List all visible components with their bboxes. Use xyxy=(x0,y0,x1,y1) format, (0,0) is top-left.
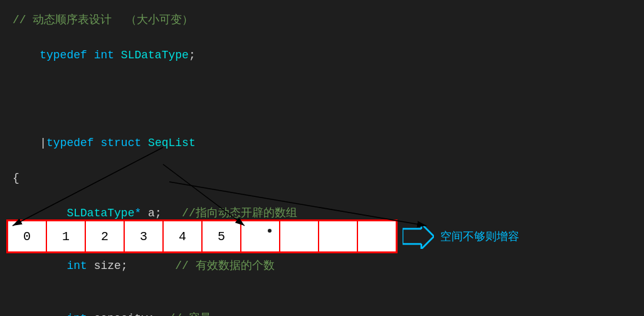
typedef-int-line: typedef int SLDataType; xyxy=(13,29,631,82)
brace-open-line: { xyxy=(13,169,631,187)
hollow-arrow xyxy=(403,224,434,249)
cell-7 xyxy=(280,221,319,252)
array-container: 0 1 2 3 4 5 空间不够则增容 xyxy=(6,219,464,253)
comment-a: //指向动态开辟的数组 xyxy=(182,207,297,219)
expand-label: 空间不够则增容 xyxy=(440,229,519,244)
indent-cap xyxy=(40,312,66,316)
type-seqlist: SeqList xyxy=(148,137,196,149)
array-diagram: 0 1 2 3 4 5 空间不够则增容 xyxy=(6,219,464,253)
array-cells: 0 1 2 3 4 5 xyxy=(6,219,398,253)
star: * xyxy=(134,207,148,219)
field-capacity-line: int capacity; // 容量 xyxy=(13,292,631,316)
pipe-char: | xyxy=(40,137,46,149)
type-sldatatype: SLDataType xyxy=(121,49,189,61)
indent-a xyxy=(40,207,66,219)
cell-0: 0 xyxy=(8,221,46,252)
blank-line2 xyxy=(13,99,631,117)
blank-line1 xyxy=(13,82,631,99)
keyword-int: int xyxy=(94,49,121,61)
code-area: // 动态顺序表设计 （大小可变） typedef int SLDataType… xyxy=(0,0,644,316)
comment-dynamic: // 动态顺序表设计 （大小可变） xyxy=(13,11,631,29)
typedef-struct-line: |typedef struct SeqList xyxy=(13,117,631,169)
cell-1: 1 xyxy=(46,221,85,252)
field-size-name: size; xyxy=(94,260,176,272)
cell-6 xyxy=(241,221,280,252)
cell-4: 4 xyxy=(163,221,202,252)
cell-3: 3 xyxy=(124,221,163,252)
field-a-name: a; xyxy=(148,207,182,219)
comment-cap: // 容量 xyxy=(168,312,211,316)
cell-5: 5 xyxy=(202,221,241,252)
cell-9 xyxy=(357,221,396,252)
svg-marker-1 xyxy=(403,224,434,249)
type-sldatatype2: SLDataType xyxy=(66,207,134,219)
cell-2: 2 xyxy=(85,221,124,252)
indent-size xyxy=(40,260,66,272)
keyword-int-size: int xyxy=(66,260,93,272)
keyword-typedef: typedef xyxy=(40,49,93,61)
keyword-typedef2: typedef xyxy=(46,137,100,149)
cell-8 xyxy=(319,221,357,252)
keyword-struct: struct xyxy=(100,137,148,149)
field-cap-name: capacity; xyxy=(94,312,169,316)
comment-size: // 有效数据的个数 xyxy=(175,260,274,272)
semicolon1: ; xyxy=(189,49,196,61)
keyword-int-cap: int xyxy=(66,312,93,316)
